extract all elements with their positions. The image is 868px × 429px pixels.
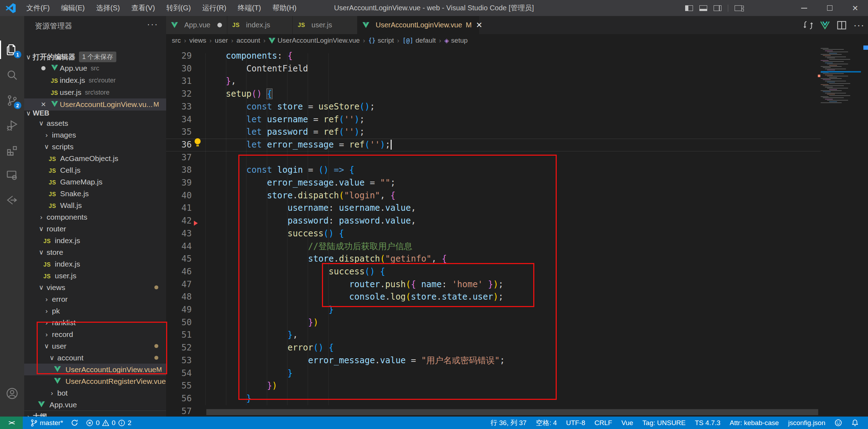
line-number[interactable]: 35 (166, 126, 197, 139)
problems-item[interactable]: 0 0 2 (86, 419, 131, 427)
tree-folder-router[interactable]: ∨router (24, 223, 166, 235)
tree-folder-account[interactable]: ∨account (24, 352, 166, 364)
menu-s[interactable]: 选择(S) (90, 0, 126, 16)
tree-folder-images[interactable]: ›images (24, 129, 166, 141)
status-item-ts-4-7-3[interactable]: TS 4.7.3 (695, 418, 720, 428)
line-number[interactable]: 49 (166, 304, 197, 316)
code-line[interactable]: 47 router.push({ name: 'home' }); (166, 278, 821, 291)
code-editor[interactable]: 29 components: {30 ContentField31 },32 s… (166, 47, 821, 417)
tree-file-snake.js[interactable]: JSSnake.js (24, 188, 166, 199)
code-line[interactable]: 35 let password = ref(''); (166, 126, 821, 139)
line-number[interactable]: 39 (166, 177, 197, 189)
code-line[interactable]: 38 const login = () => { (166, 164, 821, 177)
sync-button[interactable] (71, 419, 78, 427)
code-line[interactable]: 52 error() { (166, 342, 821, 354)
code-line[interactable]: 31 }, (166, 75, 821, 88)
line-number[interactable]: 34 (166, 113, 197, 126)
line-number[interactable]: 54 (166, 367, 197, 380)
status-item-----4[interactable]: 空格: 4 (536, 418, 557, 428)
code-line[interactable]: 49 } (166, 304, 821, 316)
line-number[interactable]: 30 (166, 63, 197, 75)
line-number[interactable]: 47 (166, 278, 197, 291)
line-number[interactable]: 42 (166, 215, 197, 227)
code-line[interactable]: 36 let error_message = ref(''); (166, 139, 821, 151)
tree-folder-bot[interactable]: ›bot (24, 387, 166, 399)
line-number[interactable]: 43 (166, 227, 197, 240)
menu-h[interactable]: 帮助(H) (267, 0, 302, 16)
feedback-smiley-icon[interactable] (835, 419, 842, 427)
git-branch-item[interactable]: master* (31, 419, 63, 427)
code-line[interactable]: 37 (166, 151, 821, 164)
notifications-bell-icon[interactable] (851, 419, 859, 427)
line-number[interactable]: 40 (166, 189, 197, 202)
line-number[interactable]: 55 (166, 380, 197, 392)
more-actions-icon[interactable]: ··· (853, 20, 864, 31)
code-line[interactable]: 40 store.dispatch("login", { (166, 189, 821, 202)
code-line[interactable]: 44 //登陆成功后获取用户信息 (166, 240, 821, 253)
code-line[interactable]: 54 } (166, 367, 821, 380)
vue-preview-icon[interactable] (820, 21, 830, 30)
status-item---36----37[interactable]: 行 36, 列 37 (491, 418, 526, 428)
code-line[interactable]: 50 }) (166, 316, 821, 329)
tree-folder-ranklist[interactable]: ›ranklist (24, 317, 166, 328)
live-share-icon[interactable] (0, 189, 24, 211)
tree-file-useraccountregisterview.vue[interactable]: UserAccountRegisterView.vue (24, 375, 166, 387)
sidebar-more-actions-icon[interactable]: ··· (147, 19, 158, 30)
tree-file-user.js[interactable]: JSuser.js (24, 270, 166, 281)
code-line[interactable]: 42 password: password.value, (166, 215, 821, 227)
code-line[interactable]: 33 const store = useStore(); (166, 101, 821, 113)
toggle-panel-icon[interactable] (699, 5, 707, 11)
breadcrumb-item[interactable]: UserAccountLoginView.vue (269, 37, 360, 44)
account-icon[interactable] (0, 382, 24, 405)
status-item-tag--unsure[interactable]: Tag: UNSURE (642, 418, 686, 428)
toggle-secondary-sidebar-icon[interactable] (714, 5, 721, 11)
breadcrumb-item[interactable]: ◈setup (444, 37, 468, 44)
code-line[interactable]: 32 setup() { (166, 88, 821, 101)
breadcrumb-item[interactable]: src (172, 37, 181, 44)
line-number[interactable]: 57 (166, 405, 197, 417)
customize-layout-icon[interactable] (735, 5, 742, 11)
tree-folder-user[interactable]: ∨user (24, 340, 166, 352)
toggle-sidebar-icon[interactable] (685, 5, 693, 11)
line-number[interactable]: 37 (166, 151, 197, 164)
project-root-header[interactable]: ∨ WEB (24, 109, 166, 117)
line-number[interactable]: 41 (166, 202, 197, 215)
tree-file-gamemap.js[interactable]: JSGameMap.js (24, 176, 166, 188)
minimap[interactable] (821, 47, 861, 417)
split-editor-icon[interactable] (837, 21, 846, 30)
tree-file-acgameobject.js[interactable]: JSAcGameObject.js (24, 152, 166, 164)
code-line[interactable]: 48 console.log(store.state.user); (166, 291, 821, 304)
code-line[interactable]: 55 }) (166, 380, 821, 392)
explorer-icon[interactable]: 1 (0, 38, 24, 61)
open-changes-icon[interactable] (804, 21, 813, 30)
tree-folder-scripts[interactable]: ∨scripts (24, 141, 166, 152)
breadcrumb-item[interactable]: account (237, 37, 260, 44)
line-number[interactable]: 45 (166, 253, 197, 266)
line-number[interactable]: 32 (166, 88, 197, 101)
line-number[interactable]: 31 (166, 75, 197, 88)
line-number[interactable]: 50 (166, 316, 197, 329)
line-number[interactable]: 38 (166, 164, 197, 177)
menu-e[interactable]: 编辑(E) (55, 0, 91, 16)
code-line[interactable]: 56 } (166, 392, 821, 405)
close-button[interactable]: × (842, 0, 868, 16)
line-number[interactable]: 53 (166, 354, 197, 367)
code-line[interactable]: 34 let username = ref(''); (166, 113, 821, 126)
tree-file-useraccountloginview.vue[interactable]: UserAccountLoginView.vueM (24, 364, 166, 375)
breadcrumb-item[interactable]: user (215, 37, 228, 44)
code-line[interactable]: 39 error_message.value = ""; (166, 177, 821, 189)
open-editor-item[interactable]: JSuser.jssrc\store (24, 86, 166, 98)
open-editor-item[interactable]: JSindex.jssrc\router (24, 74, 166, 86)
code-line[interactable]: 45 store.dispatch("getinfo", { (166, 253, 821, 266)
extensions-icon[interactable] (0, 139, 24, 162)
code-line[interactable]: 53 error_message.value = "用户名或密码错误"; (166, 354, 821, 367)
menu-f[interactable]: 文件(F) (21, 0, 55, 16)
menu-r[interactable]: 运行(R) (196, 0, 232, 16)
line-number[interactable]: 56 (166, 392, 197, 405)
line-number[interactable]: 36 (166, 139, 197, 151)
tab-user.js[interactable]: JSuser.js (293, 16, 358, 34)
tree-folder-record[interactable]: ›record (24, 328, 166, 340)
tab-useraccountloginview.vue[interactable]: UserAccountLoginView.vueM✕ (358, 16, 479, 34)
source-control-icon[interactable]: 2 (0, 89, 24, 112)
tree-folder-pk[interactable]: ›pk (24, 305, 166, 317)
